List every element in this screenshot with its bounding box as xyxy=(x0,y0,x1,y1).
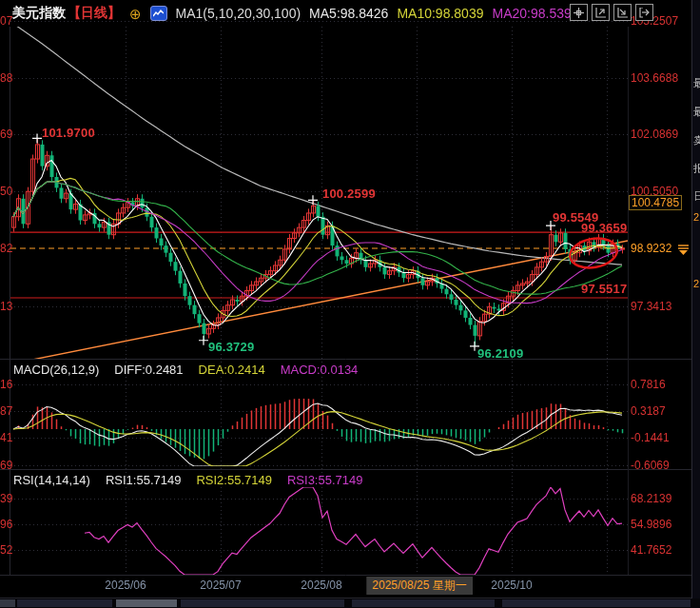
axis-scale-left-icon[interactable] xyxy=(592,4,610,21)
chart-header: 美元指数 【日线】 ⊕ MA1(5,10,20,30,100) MA5:98.8… xyxy=(12,5,579,22)
price-annotation: 101.9700 xyxy=(42,126,95,140)
macd-title[interactable]: MACD(26,12,9) xyxy=(13,363,99,377)
prev-ref-price-label: 100.4785 xyxy=(629,195,682,210)
y-axis-label-clipped: 41 xyxy=(0,431,12,444)
symbol-title[interactable]: 美元指数 xyxy=(12,5,66,22)
price-annotation: 100.2599 xyxy=(322,186,376,201)
quote-strip-char: 报 xyxy=(693,162,700,176)
price-annotation: 96.2109 xyxy=(477,346,523,361)
ma10-value: MA10:98.8039 xyxy=(397,6,483,21)
scrollbar-track-segment xyxy=(0,599,15,607)
quote-strip-char: 最 xyxy=(693,76,700,90)
x-axis-date-label: 2025/08 xyxy=(301,579,341,592)
ma20-value: MA20:98.5392 xyxy=(492,6,578,21)
y-axis-label-clipped: 69 xyxy=(0,459,12,472)
y-axis-label-clipped: 07 xyxy=(0,14,12,28)
period-label[interactable]: 【日线】 xyxy=(68,5,121,22)
quote-strip-char: 卖 xyxy=(693,133,700,147)
scrollbar-track-segment xyxy=(17,599,112,607)
x-axis-date-label: 2025/10 xyxy=(491,579,532,592)
y-axis-label-clipped: 87 xyxy=(0,404,12,418)
macd-axis-label: 0.3187 xyxy=(631,404,666,418)
y-axis-label-clipped: 82 xyxy=(0,242,12,255)
quote-strip-char: 日 xyxy=(693,189,700,204)
y-axis-label: 103.6688 xyxy=(631,71,678,85)
macd-diff-value: DIFF:0.2481 xyxy=(114,363,183,377)
horizontal-scrollbar[interactable] xyxy=(0,598,700,608)
rsi-axis-label: 54.9896 xyxy=(631,518,671,531)
y-axis-label: 102.0869 xyxy=(631,127,678,141)
price-annotation: 99.3659 xyxy=(581,221,627,235)
price-annotation: 97.5517 xyxy=(581,282,627,296)
quote-strip-char: 最 xyxy=(693,105,700,119)
x-axis-date-label: 2025/07 xyxy=(200,579,241,592)
axis-scale-right-icon[interactable] xyxy=(613,4,632,21)
rsi-axis-label: 68.2139 xyxy=(631,492,671,505)
scrollbar-track-segment xyxy=(352,599,495,607)
y-axis-label: 97.3413 xyxy=(631,300,671,313)
ma-settings-label[interactable]: MA1(5,10,20,30,100) xyxy=(176,6,301,21)
y-axis-label-clipped: 52 xyxy=(0,543,12,557)
last-price-label: 98.9232 xyxy=(631,242,671,255)
rsi-pane-header: RSI(14,14,14) RSI1:55.7149 RSI2:55.7149 … xyxy=(13,473,362,487)
rsi-title[interactable]: RSI(14,14,14) xyxy=(13,473,90,487)
y-axis-label-clipped: 39 xyxy=(0,492,12,505)
crosshair-pan-icon[interactable] xyxy=(570,4,588,21)
exit-chart-icon[interactable] xyxy=(635,4,653,21)
rsi3-value: RSI3:55.7149 xyxy=(287,473,363,487)
macd-dea-value: DEA:0.2414 xyxy=(199,363,265,377)
macd-pane-header: MACD(26,12,9) DIFF:0.2481 DEA:0.2414 MAC… xyxy=(13,363,358,377)
quote-strip-char: 2 xyxy=(693,211,699,223)
price-annotation: 96.3729 xyxy=(208,340,254,354)
rsi2-value: RSI2:55.7149 xyxy=(196,473,272,487)
ma5-value: MA5:98.8426 xyxy=(309,6,388,21)
indicator-chart-icon[interactable] xyxy=(150,6,167,21)
macd-axis-label: 0.7816 xyxy=(631,378,666,391)
y-axis-label-clipped: 69 xyxy=(0,127,12,141)
rsi-axis-label: 41.7652 xyxy=(631,543,671,557)
chart-toolbar xyxy=(570,4,653,21)
scrollbar-thumb[interactable] xyxy=(116,599,177,607)
y-axis-label-clipped: 50 xyxy=(0,185,12,198)
chart-canvas[interactable] xyxy=(0,0,700,608)
price-pointer-icon xyxy=(677,243,690,260)
macd-axis-label: -0.1441 xyxy=(631,431,670,444)
crosshair-date-label: 2025/08/25 星期一 xyxy=(366,577,472,595)
rsi1-value: RSI1:55.7149 xyxy=(106,473,182,487)
y-axis-label-clipped: 13 xyxy=(0,300,12,313)
right-quote-strip[interactable]: 最最卖报日22 xyxy=(691,0,700,608)
y-axis-label-clipped: 88 xyxy=(0,71,12,85)
y-axis-label-clipped: 16 xyxy=(0,378,12,391)
y-axis-label-clipped: 96 xyxy=(0,518,12,531)
scrollbar-track-segment xyxy=(502,599,690,607)
macd-macd-value: MACD:0.0134 xyxy=(281,363,359,377)
x-axis-date-label: 2025/06 xyxy=(105,579,146,592)
scrollbar-track-segment xyxy=(181,599,344,607)
macd-axis-label: -0.6069 xyxy=(631,459,670,472)
quote-strip-char: 2 xyxy=(693,278,699,289)
chart-app: 美元指数 【日线】 ⊕ MA1(5,10,20,30,100) MA5:98.8… xyxy=(0,0,700,608)
add-compare-icon[interactable]: ⊕ xyxy=(129,7,142,21)
